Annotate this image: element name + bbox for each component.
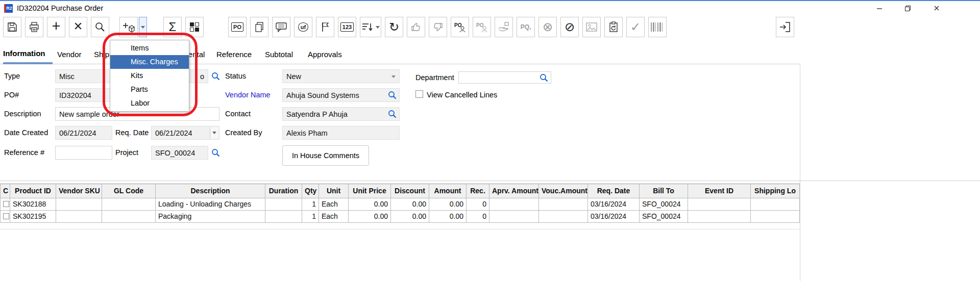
table-row[interactable]: SK302195Packaging1Each0.000.000.00003/16… xyxy=(0,211,800,223)
table-bottom-divider xyxy=(0,229,800,229)
created-by-label: Created By xyxy=(225,126,262,140)
column-header-shipping-lo[interactable]: Shipping Lo xyxy=(751,184,800,198)
line-items-table: CProduct IDVendor SKUGL CodeDescriptionD… xyxy=(0,184,800,223)
column-header-aprv-amount[interactable]: Aprv. Amount xyxy=(489,184,539,198)
table-cell xyxy=(489,211,539,223)
table-top-divider xyxy=(0,181,980,181)
in-house-comments-button[interactable]: In House Comments xyxy=(282,145,369,166)
table-cell: 0.00 xyxy=(349,211,391,223)
search-icon[interactable] xyxy=(540,73,548,82)
table-cell xyxy=(102,211,156,223)
table-row[interactable]: SK302188Loading - Unloading Charges1Each… xyxy=(0,198,800,211)
table-cell: SK302195 xyxy=(10,211,56,223)
table-cell xyxy=(751,198,800,211)
table-cell: 0.00 xyxy=(391,198,429,211)
menu-item-kits[interactable]: Kits xyxy=(110,69,189,83)
req-date-label: Req. Date xyxy=(115,126,149,140)
table-cell: 0.00 xyxy=(391,211,429,223)
type-label: Type xyxy=(4,69,20,83)
department-field[interactable] xyxy=(458,71,551,84)
table-cell xyxy=(688,198,751,211)
table-cell: 03/16/2024 xyxy=(588,211,640,223)
column-header-vendor-sku[interactable]: Vendor SKU xyxy=(56,184,102,198)
table-cell: Each xyxy=(319,198,349,211)
table-cell: 0 xyxy=(467,211,489,223)
table-cell: 0.00 xyxy=(429,198,467,211)
table-cell: 0.00 xyxy=(349,198,391,211)
date-created-label: Date Created xyxy=(4,126,48,140)
row-checkbox[interactable] xyxy=(3,201,9,207)
table-cell: Packaging xyxy=(156,211,265,223)
row-checkbox[interactable] xyxy=(3,213,9,219)
contact-field[interactable]: Satyendra P Ahuja xyxy=(282,107,400,121)
column-header-unit-price[interactable]: Unit Price xyxy=(349,184,391,198)
created-by-field[interactable]: Alexis Pham xyxy=(282,126,400,140)
contact-label: Contact xyxy=(225,107,251,121)
view-cancelled-label: View Cancelled Lines xyxy=(427,88,497,102)
column-header-bill-to[interactable]: Bill To xyxy=(640,184,688,198)
table-cell xyxy=(688,211,751,223)
column-header-c[interactable]: C xyxy=(0,184,10,198)
project-field[interactable]: SFO_00024 xyxy=(151,146,208,160)
project-label: Project xyxy=(115,146,138,160)
status-label: Status xyxy=(225,69,246,83)
req-date-field[interactable]: 06/21/2024 xyxy=(151,126,219,140)
table-cell: Each xyxy=(319,211,349,223)
table-cell: Loading - Unloading Charges xyxy=(156,198,265,211)
table-cell xyxy=(751,211,800,223)
column-header-event-id[interactable]: Event ID xyxy=(688,184,751,198)
search-icon[interactable] xyxy=(388,91,397,99)
purchase-order-window: R2 ID320204 Purchase Order +×Σ POuf123↻P… xyxy=(0,0,980,281)
menu-item-parts[interactable]: Parts xyxy=(110,83,189,96)
column-header-gl-code[interactable]: GL Code xyxy=(102,184,156,198)
column-header-description[interactable]: Description xyxy=(156,184,265,198)
menu-item-labor[interactable]: Labor xyxy=(110,96,189,110)
vendor-name-field[interactable]: Ahuja Sound Systems xyxy=(282,88,400,102)
column-header-amount[interactable]: Amount xyxy=(429,184,467,198)
menu-item-misc-charges[interactable]: Misc. Charges xyxy=(110,55,189,69)
search-icon[interactable] xyxy=(388,110,397,118)
type-field[interactable]: Misc xyxy=(55,69,112,83)
table-cell xyxy=(265,198,302,211)
vendor-name-label[interactable]: Vendor Name xyxy=(225,88,271,102)
table-cell xyxy=(489,198,539,211)
column-header-vouc-amount[interactable]: Vouc.Amount xyxy=(539,184,588,198)
department-label: Department xyxy=(415,71,454,85)
table-cell xyxy=(102,198,156,211)
table-cell xyxy=(56,198,102,211)
column-header-req-date[interactable]: Req. Date xyxy=(588,184,640,198)
chevron-down-icon xyxy=(391,75,396,78)
column-header-discount[interactable]: Discount xyxy=(391,184,429,198)
column-header-unit[interactable]: Unit xyxy=(319,184,349,198)
column-header-rec[interactable]: Rec. xyxy=(467,184,489,198)
table-cell xyxy=(56,211,102,223)
search-icon[interactable] xyxy=(211,72,220,81)
status-select[interactable]: New xyxy=(282,69,400,83)
column-header-qty[interactable]: Qty xyxy=(302,184,319,198)
table-cell: SK302188 xyxy=(10,198,56,211)
description-label: Description xyxy=(4,107,41,121)
date-picker-button[interactable] xyxy=(210,127,218,139)
table-cell xyxy=(539,211,588,223)
search-icon[interactable] xyxy=(211,148,220,157)
table-cell: 0 xyxy=(467,198,489,211)
content-pane-divider xyxy=(800,64,800,281)
table-cell: 1 xyxy=(302,198,319,211)
menu-item-items[interactable]: Items xyxy=(110,41,189,55)
view-cancelled-checkbox[interactable] xyxy=(415,90,423,98)
table-cell: 03/16/2024 xyxy=(588,198,640,211)
column-header-product-id[interactable]: Product ID xyxy=(10,184,56,198)
date-created-field[interactable]: 06/21/2024 xyxy=(55,126,112,140)
table-cell: 0.00 xyxy=(429,211,467,223)
reference-label: Reference # xyxy=(4,146,44,160)
po-number-label: PO# xyxy=(4,88,19,102)
table-cell: SFO_00024 xyxy=(640,211,688,223)
table-cell: SFO_00024 xyxy=(640,198,688,211)
reference-field[interactable] xyxy=(55,146,112,160)
table-cell xyxy=(265,211,302,223)
column-header-duration[interactable]: Duration xyxy=(265,184,302,198)
chevron-down-icon xyxy=(212,132,216,134)
add-line-items-menu: ItemsMisc. ChargesKitsPartsLabor xyxy=(110,40,189,112)
table-cell xyxy=(539,198,588,211)
po-number-field[interactable]: ID320204 xyxy=(55,88,112,102)
